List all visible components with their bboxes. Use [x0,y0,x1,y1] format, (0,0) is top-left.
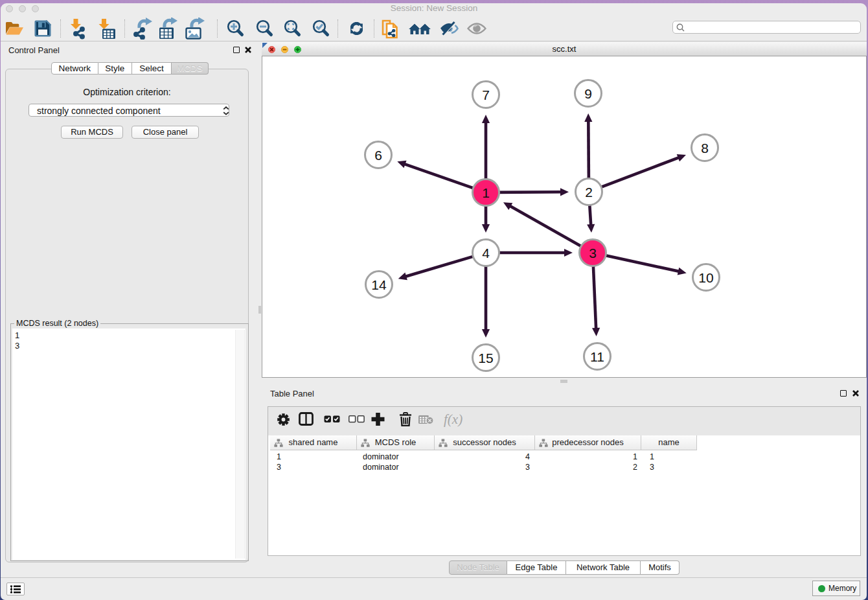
svg-text:1: 1 [482,185,490,200]
svg-text:14: 14 [371,277,387,292]
svg-text:8: 8 [701,141,709,156]
svg-text:15: 15 [478,351,493,365]
svg-text:11: 11 [590,349,604,364]
svg-text:10: 10 [698,270,713,285]
svg-text:3: 3 [589,246,597,260]
svg-text:4: 4 [482,246,490,260]
svg-text:6: 6 [374,148,382,163]
svg-text:7: 7 [482,87,490,102]
svg-text:9: 9 [584,86,592,101]
svg-text:2: 2 [585,185,593,200]
